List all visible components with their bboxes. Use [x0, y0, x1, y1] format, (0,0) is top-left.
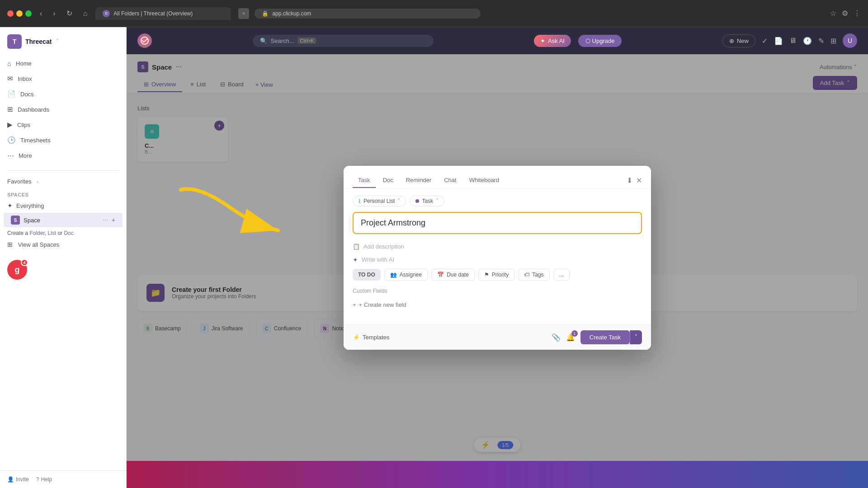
dashboards-icon: ⊞ — [7, 105, 13, 113]
status-chip[interactable]: TO DO — [353, 269, 381, 281]
ask-ai-button[interactable]: ✦ Ask AI — [534, 35, 571, 47]
modal-tab-task[interactable]: Task — [353, 173, 376, 188]
templates-icon: ⚡ — [353, 334, 360, 341]
tab-favicon: C — [103, 10, 110, 17]
modal-overlay[interactable]: Task Doc Reminder Chat Whiteboard — [127, 54, 868, 488]
search-shortcut: Ctrl+K — [298, 38, 316, 44]
reload-button[interactable]: ↻ — [64, 7, 75, 19]
topbar: 🔍 Search... Ctrl+K ✦ Ask AI ⬡ Upgrade ⊕ … — [127, 27, 868, 54]
pencil-icon[interactable]: ✎ — [818, 37, 824, 45]
minimize-button[interactable] — [16, 10, 23, 17]
type-selector[interactable]: Task ˅ — [410, 196, 444, 206]
invite-button[interactable]: 👤 Invite — [7, 476, 29, 483]
grid-apps-icon[interactable]: ⊞ — [830, 37, 836, 45]
arrow-annotation — [163, 181, 298, 250]
new-tab-button[interactable]: + — [238, 8, 249, 19]
new-button[interactable]: ⊕ New — [722, 34, 755, 47]
help-button[interactable]: ? Help — [36, 476, 52, 483]
dropdown-chevron-icon: ˅ — [635, 334, 637, 340]
templates-label: Templates — [363, 334, 389, 341]
tab-label: Whiteboard — [469, 177, 499, 183]
priority-icon: ⚑ — [484, 272, 489, 278]
folder-link[interactable]: Folder — [29, 230, 44, 236]
modal-tab-doc[interactable]: Doc — [377, 173, 399, 188]
sidebar-item-more[interactable]: ⋯ More — [0, 148, 126, 163]
more-chips-button[interactable]: ... — [553, 269, 570, 281]
workspace-header[interactable]: T Threecat ˅ — [0, 27, 126, 52]
avatar-section: g 4 — [0, 254, 126, 285]
checkmark-icon[interactable]: ✓ — [762, 37, 768, 45]
list-selector-label: Personal List — [363, 198, 395, 204]
address-bar[interactable]: 🔒 app.clickup.com — [255, 9, 481, 19]
list-link[interactable]: List — [47, 230, 56, 236]
modal-chips: TO DO 👥 Assignee 📅 Due date ⚑ — [353, 269, 642, 281]
close-modal-button[interactable]: ✕ — [636, 176, 642, 185]
due-date-chip[interactable]: 📅 Due date — [431, 269, 475, 281]
minimize-modal-button[interactable]: ⬇ — [627, 176, 632, 185]
menu-icon[interactable]: ⋮ — [854, 9, 861, 18]
tags-label: Tags — [532, 272, 543, 278]
plus-icon: + — [353, 301, 356, 308]
sidebar-footer: 👤 Invite ? Help — [0, 470, 126, 488]
add-description-row[interactable]: 📋 Add description — [353, 239, 642, 253]
tab-label: Chat — [444, 177, 456, 183]
create-field-label: + Create new field — [359, 301, 406, 308]
browser-chrome: ‹ › ↻ ⌂ C All Folders | Threecat (Overvi… — [0, 0, 868, 27]
write-with-ai-row[interactable]: ✦ Write with AI — [353, 253, 642, 269]
user-avatar-topbar[interactable]: U — [843, 33, 857, 48]
search-bar[interactable]: 🔍 Search... Ctrl+K — [253, 35, 434, 47]
sidebar-item-label: More — [19, 152, 32, 159]
document-icon[interactable]: 📄 — [774, 37, 783, 45]
sidebar-item-everything[interactable]: ✦ Everything — [0, 199, 126, 212]
sidebar-item-favorites[interactable]: Favorites › — [0, 174, 126, 188]
favorites-chevron-icon: › — [37, 179, 38, 184]
task-name-input[interactable] — [361, 218, 634, 228]
clock-icon[interactable]: 🕐 — [803, 37, 812, 45]
forward-button[interactable]: › — [50, 8, 58, 19]
modal-tab-whiteboard[interactable]: Whiteboard — [464, 173, 505, 188]
sidebar-item-inbox[interactable]: ✉ Inbox — [0, 71, 126, 86]
home-button[interactable]: ⌂ — [80, 8, 90, 19]
create-task-label: Create Task — [590, 334, 621, 341]
view-all-spaces[interactable]: ⊞ View all Spaces — [0, 238, 126, 251]
invite-icon: 👤 — [7, 476, 14, 483]
user-avatar[interactable]: g 4 — [7, 260, 27, 280]
sidebar-item-dashboards[interactable]: ⊞ Dashboards — [0, 102, 126, 117]
close-button[interactable] — [7, 10, 14, 17]
templates-button[interactable]: ⚡ Templates — [353, 334, 389, 341]
sidebar-item-timesheets[interactable]: 🕒 Timesheets — [0, 132, 126, 148]
maximize-button[interactable] — [25, 10, 32, 17]
main-content: 🔍 Search... Ctrl+K ✦ Ask AI ⬡ Upgrade ⊕ … — [127, 27, 868, 488]
space-add-icon[interactable]: + — [112, 216, 115, 224]
sparkle-icon: ✦ — [540, 38, 545, 44]
clips-icon: ▶ — [7, 121, 13, 129]
create-task-button[interactable]: Create Task — [580, 330, 630, 344]
favorites-label: Favorites — [7, 178, 31, 185]
more-icon: ⋯ — [7, 151, 14, 160]
upgrade-button[interactable]: ⬡ Upgrade — [578, 35, 622, 47]
screen-icon[interactable]: 🖥 — [789, 37, 797, 45]
inbox-icon: ✉ — [7, 75, 13, 83]
attach-button[interactable]: 📎 — [552, 333, 561, 342]
sidebar-item-docs[interactable]: 📄 Docs — [0, 86, 126, 102]
create-field-button[interactable]: + + Create new field — [353, 298, 642, 312]
tags-chip[interactable]: 🏷 Tags — [518, 269, 549, 281]
assignee-chip[interactable]: 👥 Assignee — [384, 269, 428, 281]
bell-button[interactable]: 🔔 1 — [566, 333, 575, 342]
create-task-dropdown-button[interactable]: ˅ — [630, 330, 642, 344]
extensions-icon[interactable]: ⚙ — [842, 9, 848, 18]
doc-link[interactable]: Doc — [64, 230, 73, 236]
sidebar-item-space[interactable]: S Space ⋯ + — [4, 213, 123, 227]
sidebar-item-home[interactable]: ⌂ Home — [0, 56, 126, 71]
sidebar-item-label: Dashboards — [18, 106, 49, 113]
sidebar-item-clips[interactable]: ▶ Clips — [0, 117, 126, 132]
bookmark-icon[interactable]: ☆ — [830, 9, 836, 18]
modal-tab-reminder[interactable]: Reminder — [401, 173, 437, 188]
list-selector[interactable]: ℹ Personal List ˅ — [353, 196, 406, 206]
priority-chip[interactable]: ⚑ Priority — [478, 269, 514, 281]
back-button[interactable]: ‹ — [37, 8, 45, 19]
browser-tab[interactable]: C All Folders | Threecat (Overview) — [95, 7, 231, 20]
sidebar-item-label: Clips — [17, 122, 30, 128]
plus-circle-icon: ⊕ — [729, 38, 734, 44]
modal-tab-chat[interactable]: Chat — [439, 173, 462, 188]
